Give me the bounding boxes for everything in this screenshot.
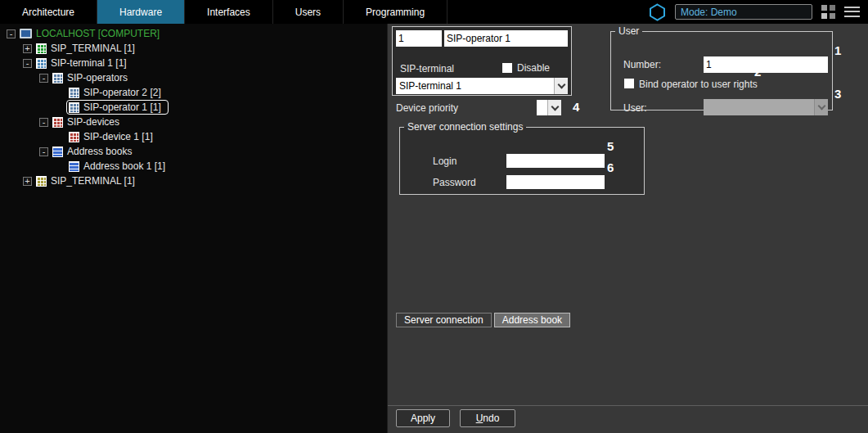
hardware-tree-panel: - LOCALHOST [COMPUTER] + SIP_TERMINAL [1…	[0, 24, 387, 433]
topbar-right-cluster: Mode: Demo	[649, 0, 868, 24]
annotation-1: 1	[834, 43, 841, 57]
login-input[interactable]	[506, 154, 605, 168]
chevron-down-icon	[814, 99, 828, 115]
expander-icon[interactable]: -	[7, 29, 16, 38]
device-priority-select[interactable]	[537, 100, 561, 115]
tree-item-label: SIP_TERMINAL [1]	[51, 175, 135, 187]
user-select-disabled	[704, 99, 828, 115]
tree-item-label: SIP-device 1 [1]	[83, 131, 153, 142]
tree-item-address-book-1[interactable]: Address book 1 [1]	[0, 159, 387, 174]
server-connection-settings-group: Server connection settings Login Passwor…	[399, 121, 645, 195]
device-icon	[69, 132, 79, 142]
terminal-yellow-icon	[36, 176, 47, 187]
terminal-select-value: SIP-terminal 1	[396, 80, 554, 92]
top-navigation-bar: Architecture Hardware Interfaces Users P…	[0, 0, 868, 24]
apply-button[interactable]: Apply	[396, 409, 450, 427]
annotation-2: 2	[754, 65, 761, 79]
hexagon-logo-icon	[649, 3, 666, 21]
tab-server-connection[interactable]: Server connection	[396, 313, 492, 327]
expander-icon[interactable]: -	[39, 118, 48, 127]
address-book-icon	[69, 161, 79, 172]
annotation-5: 5	[607, 139, 614, 153]
tree-item-sip-operator-2[interactable]: SIP-operator 2 [2]	[0, 85, 387, 100]
tree-item-label: LOCALHOST [COMPUTER]	[36, 28, 160, 39]
operator-icon	[69, 102, 79, 113]
tab-address-book[interactable]: Address book	[494, 313, 570, 327]
password-input[interactable]	[506, 175, 605, 189]
login-label: Login	[433, 156, 456, 167]
device-priority-label: Device priority	[396, 102, 458, 114]
hamburger-menu-icon[interactable]	[844, 7, 860, 17]
devices-icon	[52, 117, 63, 128]
operator-icon	[69, 88, 79, 98]
operators-icon	[52, 73, 63, 83]
tree-item-sip-devices[interactable]: - SIP-devices	[0, 115, 387, 129]
tab-hardware[interactable]: Hardware	[97, 0, 185, 24]
chevron-down-icon	[547, 100, 561, 115]
expander-icon[interactable]: -	[39, 74, 48, 83]
user-label: User:	[623, 102, 647, 114]
annotation-4: 4	[573, 100, 579, 114]
computer-icon	[20, 29, 32, 38]
user-group: User Number: Bind operator to user right…	[610, 25, 833, 111]
tree-item-address-books[interactable]: - Address books	[0, 144, 387, 159]
password-label: Password	[433, 177, 476, 188]
operator-identity-box: SIP-terminal Disable SIP-terminal 1	[392, 26, 572, 96]
address-books-icon	[52, 147, 63, 157]
tree-item-sip-terminal-1[interactable]: - SIP-terminal 1 [1]	[0, 56, 387, 70]
apply-button-label: Apply	[397, 413, 449, 424]
expander-icon[interactable]: +	[23, 177, 32, 186]
user-number-input[interactable]	[704, 56, 828, 73]
disable-checkbox[interactable]	[502, 63, 512, 73]
tab-architecture[interactable]: Architecture	[0, 0, 97, 24]
disable-label: Disable	[517, 62, 550, 74]
button-bar-divider	[388, 405, 868, 406]
sip-terminal-label: SIP-terminal	[400, 63, 454, 74]
tree-item-label: Address books	[67, 146, 132, 157]
operator-name-input[interactable]	[444, 30, 568, 47]
expander-icon[interactable]: -	[23, 59, 32, 68]
annotation-6: 6	[607, 160, 614, 174]
tab-programming[interactable]: Programming	[344, 0, 447, 24]
terminal-green-icon	[36, 43, 47, 54]
server-connection-settings-title: Server connection settings	[404, 121, 526, 133]
terminal-blue-icon	[36, 58, 47, 69]
tab-users[interactable]: Users	[273, 0, 344, 24]
annotation-3: 3	[834, 87, 841, 101]
tree-item-label: SIP_TERMINAL [1]	[51, 43, 135, 54]
user-group-title: User	[615, 25, 642, 37]
tab-interfaces[interactable]: Interfaces	[185, 0, 273, 24]
bind-user-rights-checkbox[interactable]	[624, 79, 634, 88]
mode-indicator: Mode: Demo	[675, 4, 812, 20]
expander-icon[interactable]: +	[23, 44, 32, 53]
number-label: Number:	[623, 59, 661, 70]
main-tabs: Architecture Hardware Interfaces Users P…	[0, 0, 447, 24]
tree-item-localhost[interactable]: - LOCALHOST [COMPUTER]	[0, 26, 387, 41]
tree-item-label: Address book 1 [1]	[83, 160, 165, 172]
tree-item-label: SIP-terminal 1 [1]	[51, 57, 127, 69]
terminal-select[interactable]: SIP-terminal 1	[396, 78, 568, 94]
bind-user-rights-label: Bind operator to user rights	[639, 79, 758, 90]
expander-icon[interactable]: -	[39, 147, 48, 156]
tree-item-sip-operator-1[interactable]: SIP-operator 1 [1]	[0, 100, 387, 115]
undo-button-label: Undo	[461, 413, 515, 424]
tree-item-sip-terminal-a[interactable]: + SIP_TERMINAL [1]	[0, 41, 387, 56]
tree-item-sip-operators[interactable]: - SIP-operators	[0, 70, 387, 85]
tree-item-label: SIP-devices	[67, 116, 119, 128]
tree-item-sip-terminal-b[interactable]: + SIP_TERMINAL [1]	[0, 174, 387, 188]
tree-item-sip-device-1[interactable]: SIP-device 1 [1]	[0, 129, 387, 144]
operator-number-input[interactable]	[396, 30, 442, 47]
properties-panel: SIP-terminal Disable SIP-terminal 1 Devi…	[387, 24, 868, 433]
tree-item-label: SIP-operator 1 [1]	[83, 101, 161, 113]
selection-highlight: SIP-operator 1 [1]	[66, 100, 169, 115]
bottom-tabstrip: Server connection Address book	[396, 313, 570, 327]
mode-text: Mode: Demo	[681, 7, 737, 18]
tree-item-label: SIP-operator 2 [2]	[83, 87, 161, 98]
tree-item-label: SIP-operators	[67, 72, 128, 83]
chevron-down-icon	[554, 78, 568, 94]
undo-button[interactable]: Undo	[460, 409, 515, 427]
window-grid-icon[interactable]	[821, 5, 835, 19]
